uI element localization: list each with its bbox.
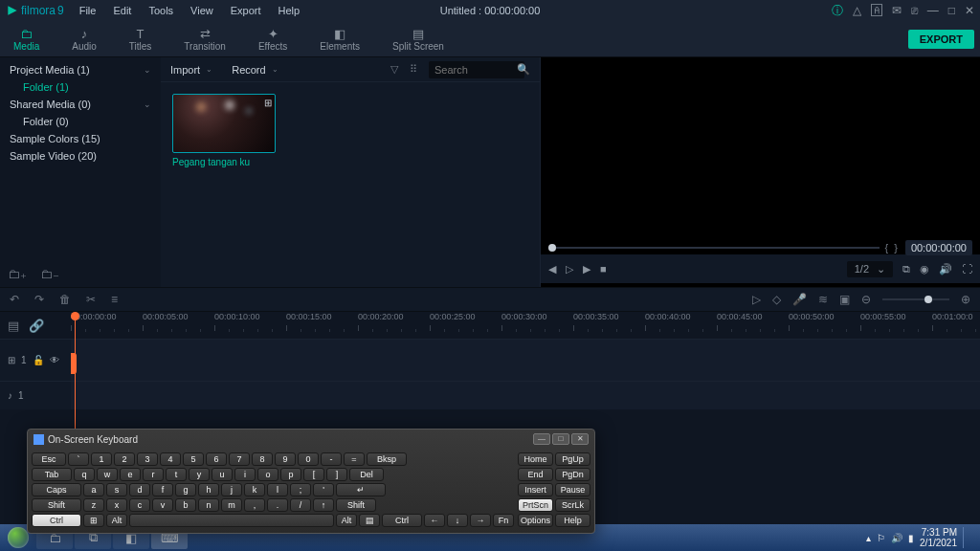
- key-9[interactable]: 9: [275, 452, 296, 466]
- key-Ctrl[interactable]: Ctrl: [32, 514, 81, 527]
- key-Ctrl[interactable]: Ctrl: [382, 514, 422, 527]
- key-;[interactable]: ;: [290, 483, 311, 496]
- bell-icon[interactable]: 🄰: [871, 4, 882, 17]
- key-][interactable]: ]: [326, 468, 347, 481]
- key-3[interactable]: 3: [137, 452, 158, 466]
- key-e[interactable]: e: [120, 468, 141, 481]
- key-Shift[interactable]: Shift: [32, 498, 81, 512]
- tree-sample-video[interactable]: Sample Video (20): [0, 147, 161, 165]
- tree-folder-1[interactable]: Folder (1): [0, 78, 161, 96]
- key-a[interactable]: a: [83, 483, 104, 496]
- lock-icon[interactable]: 🔓: [33, 355, 44, 365]
- key-PgUp[interactable]: PgUp: [555, 452, 590, 466]
- tab-split-screen[interactable]: ▤Split Screen: [385, 25, 452, 54]
- mark-in-icon[interactable]: {: [885, 242, 889, 253]
- user-icon[interactable]: △: [853, 4, 861, 17]
- prev-frame-icon[interactable]: ◀: [548, 263, 556, 276]
- video-track[interactable]: ⊞1🔓👁: [0, 339, 980, 381]
- playhead[interactable]: [75, 312, 76, 436]
- key-↑[interactable]: ↑: [313, 498, 334, 512]
- media-thumbnail[interactable]: ⊞: [172, 94, 276, 153]
- search-icon[interactable]: 🔍: [517, 63, 530, 76]
- key-=[interactable]: =: [344, 452, 365, 466]
- key-f[interactable]: f: [152, 483, 173, 496]
- preview-video[interactable]: [541, 57, 980, 241]
- key-⊞[interactable]: ⊞: [83, 514, 104, 527]
- export-button[interactable]: EXPORT: [908, 30, 974, 49]
- clip-edge[interactable]: [71, 353, 77, 374]
- key-x[interactable]: x: [106, 498, 127, 512]
- key-,[interactable]: ,: [244, 498, 265, 512]
- tree-project-media[interactable]: Project Media (1)⌄: [0, 61, 161, 78]
- stop-icon[interactable]: ■: [600, 263, 607, 276]
- key--[interactable]: -: [321, 452, 342, 466]
- tray-battery-icon[interactable]: ▮: [908, 533, 914, 543]
- crop-icon[interactable]: ▣: [839, 293, 850, 306]
- key-Help[interactable]: Help: [555, 514, 590, 527]
- key-m[interactable]: m: [221, 498, 242, 512]
- menu-file[interactable]: File: [72, 3, 104, 18]
- key-t[interactable]: t: [166, 468, 187, 481]
- key-Alt[interactable]: Alt: [336, 514, 357, 527]
- mic-icon[interactable]: 🎤: [792, 293, 807, 306]
- visibility-icon[interactable]: 👁: [50, 355, 59, 365]
- tree-sample-colors[interactable]: Sample Colors (15): [0, 130, 161, 147]
- key-w[interactable]: w: [97, 468, 118, 481]
- key-Options[interactable]: Options: [518, 514, 553, 527]
- search-input[interactable]: [429, 61, 524, 78]
- key-→[interactable]: →: [470, 514, 491, 527]
- key-.[interactable]: .: [267, 498, 288, 512]
- maximize-icon[interactable]: □: [948, 4, 955, 17]
- new-folder-icon[interactable]: 🗀₊: [8, 267, 27, 281]
- render-icon[interactable]: ▷: [752, 293, 761, 306]
- filter-icon[interactable]: ▽: [390, 63, 398, 76]
- grid-view-icon[interactable]: ⠿: [410, 63, 417, 76]
- key-`[interactable]: `: [68, 452, 89, 466]
- tray-volume-icon[interactable]: 🔊: [891, 533, 902, 543]
- key-Pause[interactable]: Pause: [555, 483, 590, 496]
- key-Alt[interactable]: Alt: [106, 514, 127, 527]
- key-j[interactable]: j: [221, 483, 242, 496]
- key-s[interactable]: s: [106, 483, 127, 496]
- track-manager-icon[interactable]: ▤: [8, 319, 19, 333]
- key-2[interactable]: 2: [114, 452, 135, 466]
- menu-help[interactable]: Help: [271, 3, 308, 18]
- mail-icon[interactable]: ✉: [892, 4, 902, 17]
- key-PgDn[interactable]: PgDn: [555, 468, 590, 481]
- link-icon[interactable]: 🔗: [29, 319, 44, 333]
- mixer-icon[interactable]: ≋: [818, 293, 828, 306]
- marker-icon[interactable]: ◇: [772, 293, 781, 306]
- osk-minimize-icon[interactable]: —: [533, 433, 550, 445]
- undo-icon[interactable]: ↶: [10, 293, 19, 306]
- delete-folder-icon[interactable]: 🗀₋: [40, 267, 59, 281]
- menu-edit[interactable]: Edit: [105, 3, 139, 18]
- key-o[interactable]: o: [257, 468, 278, 481]
- zoom-out-icon[interactable]: ⊖: [861, 293, 871, 306]
- minimize-icon[interactable]: —: [927, 4, 939, 17]
- key-Caps[interactable]: Caps: [32, 483, 81, 496]
- key-8[interactable]: 8: [252, 452, 273, 466]
- key-k[interactable]: k: [244, 483, 265, 496]
- info-icon[interactable]: ⓘ: [832, 3, 843, 19]
- key-d[interactable]: d: [129, 483, 150, 496]
- tab-effects[interactable]: ✦Effects: [251, 25, 295, 54]
- key-y[interactable]: y: [189, 468, 210, 481]
- cast-icon[interactable]: ⎚: [911, 4, 918, 17]
- pip-icon[interactable]: ⧉: [902, 263, 910, 276]
- next-frame-icon[interactable]: ▶: [583, 263, 590, 276]
- system-clock[interactable]: 7:31 PM2/1/2021: [920, 527, 957, 548]
- key-h[interactable]: h: [198, 483, 219, 496]
- key-Insert[interactable]: Insert: [518, 483, 553, 496]
- zoom-slider[interactable]: [882, 298, 949, 300]
- menu-export[interactable]: Export: [223, 3, 269, 18]
- key-Shift[interactable]: Shift: [336, 498, 376, 512]
- key-1[interactable]: 1: [91, 452, 112, 466]
- audio-track[interactable]: ♪1: [0, 381, 980, 409]
- key-Esc[interactable]: Esc: [32, 452, 66, 466]
- tab-transition[interactable]: ⇄Transition: [176, 25, 234, 54]
- menu-view[interactable]: View: [183, 3, 221, 18]
- tray-chevron-icon[interactable]: ▴: [866, 533, 871, 543]
- preview-scrubber[interactable]: [548, 247, 880, 249]
- osk-maximize-icon[interactable]: □: [552, 433, 569, 445]
- key-z[interactable]: z: [83, 498, 104, 512]
